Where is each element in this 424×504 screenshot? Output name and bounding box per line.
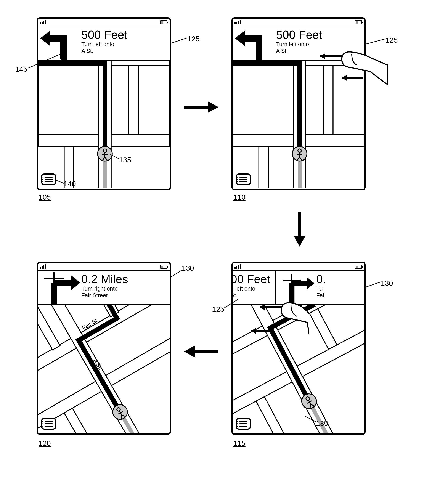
svg-marker-45 (306, 277, 314, 290)
svg-rect-26 (233, 66, 293, 134)
turn-right-arrow-icon (277, 271, 316, 304)
leader-line (55, 180, 65, 186)
svg-line-97 (365, 282, 380, 287)
svg-marker-37 (320, 53, 325, 59)
stage-label-120: 120 (38, 439, 51, 448)
turn-right-arrow-icon (38, 271, 81, 304)
svg-line-92 (110, 155, 119, 159)
status-bar (38, 263, 170, 271)
svg-rect-8 (38, 66, 99, 134)
list-button[interactable] (41, 174, 56, 185)
phone-stage-105: 500 Feet Turn left onto A St. (37, 17, 171, 190)
signal-icon (235, 264, 241, 269)
battery-icon (160, 20, 168, 24)
turn-left-arrow-icon (233, 26, 276, 60)
svg-marker-85 (208, 101, 218, 113)
figure-canvas: 500 Feet Turn left onto A St. (9, 9, 415, 495)
status-bar (233, 263, 364, 271)
leader-line (28, 52, 64, 69)
svg-marker-66 (71, 275, 80, 290)
phone-stage-120: 0.2 Miles Turn right onto Fair Street (37, 262, 171, 435)
svg-line-94 (366, 39, 385, 44)
callout-125: 125 (212, 305, 224, 313)
callout-125: 125 (187, 35, 200, 43)
status-bar (233, 19, 364, 26)
battery-icon (160, 265, 168, 269)
battery-icon (355, 20, 362, 24)
svg-rect-2 (47, 36, 68, 42)
svg-rect-25 (259, 147, 268, 188)
signal-icon (40, 264, 46, 269)
instruction-line1: Turn left onto (81, 41, 127, 48)
list-button[interactable] (236, 174, 251, 185)
navigation-banner[interactable]: 0.2 Miles Turn right onto Fair Street (38, 271, 170, 305)
leader-line (305, 415, 318, 424)
stage-label-115: 115 (233, 439, 246, 448)
svg-marker-89 (184, 346, 195, 357)
svg-line-98 (305, 416, 316, 422)
svg-marker-87 (294, 236, 306, 247)
svg-line-96 (224, 299, 238, 308)
svg-rect-52 (256, 397, 291, 433)
leader-line (110, 154, 121, 162)
instruction-line1: Turn right onto (81, 285, 128, 292)
swipe-gesture-icon (307, 50, 389, 93)
callout-125: 125 (386, 36, 398, 44)
svg-rect-51 (309, 309, 337, 349)
instruction-frag-right2: Fai (316, 292, 326, 299)
instruction-frag-left1: n left onto (233, 285, 270, 292)
svg-rect-44 (291, 281, 308, 286)
flow-arrow-icon (182, 344, 221, 359)
svg-marker-61 (260, 304, 265, 310)
svg-line-91 (28, 53, 63, 68)
map-view[interactable]: Fair St. A St. (38, 305, 170, 433)
distance-text: 0.2 Miles (81, 273, 128, 285)
map-view[interactable] (38, 61, 170, 188)
phone-stage-115: 00 Feet n left onto St. (231, 262, 366, 435)
stage-label-105: 105 (38, 193, 51, 201)
flow-arrow-icon (292, 210, 307, 249)
svg-rect-20 (241, 36, 262, 42)
svg-marker-39 (342, 75, 347, 81)
callout-135: 135 (316, 419, 328, 428)
distance-text: 500 Feet (276, 29, 322, 41)
svg-rect-65 (53, 280, 73, 286)
svg-rect-6 (129, 66, 138, 134)
callout-140: 140 (64, 180, 76, 188)
leader-line (224, 299, 239, 309)
svg-rect-10 (138, 66, 169, 134)
distance-frag-left: 00 Feet (233, 273, 270, 285)
instruction-frag-right1: Tu (316, 285, 326, 292)
signal-icon (40, 20, 46, 24)
instruction-line1: Turn left onto (276, 41, 322, 48)
svg-line-95 (170, 270, 182, 277)
status-bar (38, 19, 170, 26)
leader-line (171, 37, 188, 45)
svg-line-90 (171, 38, 187, 43)
leader-line (365, 281, 382, 289)
instruction-line2: Fair Street (81, 292, 128, 299)
distance-text: 500 Feet (81, 29, 127, 41)
svg-rect-74 (64, 408, 105, 433)
svg-marker-63 (251, 328, 256, 334)
instruction-line2: A St. (81, 48, 127, 54)
callout-145: 145 (15, 65, 27, 73)
instruction-frag-left2: St. (233, 292, 270, 299)
swipe-gesture-icon (236, 301, 309, 344)
callout-130: 130 (381, 279, 393, 287)
battery-icon (355, 265, 362, 269)
list-button[interactable] (236, 418, 251, 429)
list-button[interactable] (41, 418, 56, 429)
leader-line (170, 270, 184, 279)
stage-label-110: 110 (233, 193, 246, 201)
signal-icon (235, 20, 241, 24)
flow-arrow-icon (182, 100, 221, 115)
svg-rect-9 (111, 66, 129, 134)
navigation-banner-split[interactable]: 00 Feet n left onto St. (233, 271, 364, 305)
distance-frag-right: 0. (316, 273, 326, 285)
svg-line-93 (55, 180, 64, 183)
phone-stage-110: 500 Feet Turn left onto A St. (231, 17, 366, 190)
leader-line (366, 38, 386, 46)
